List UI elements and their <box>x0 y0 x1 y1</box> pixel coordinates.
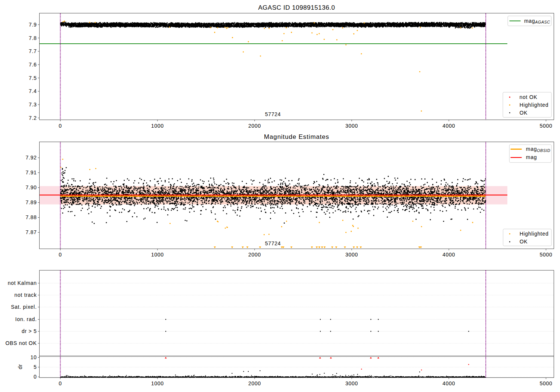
svg-text:4000: 4000 <box>442 380 455 386</box>
svg-text:3000: 3000 <box>345 123 358 129</box>
svg-text:3000: 3000 <box>345 252 358 258</box>
svg-text:AGASC ID 1098915136.0: AGASC ID 1098915136.0 <box>258 4 335 11</box>
svg-text:7.6: 7.6 <box>29 62 37 68</box>
svg-text:7.9: 7.9 <box>29 22 37 28</box>
svg-text:5000: 5000 <box>540 252 553 258</box>
svg-text:Highlighted: Highlighted <box>520 102 549 108</box>
svg-text:4000: 4000 <box>442 252 455 258</box>
svg-text:OBS not OK: OBS not OK <box>5 340 37 346</box>
svg-text:Highlighted: Highlighted <box>520 231 549 237</box>
svg-text:7.91: 7.91 <box>25 169 37 175</box>
svg-text:3000: 3000 <box>345 380 358 386</box>
svg-text:5: 5 <box>34 364 37 370</box>
svg-text:dr > 5: dr > 5 <box>22 328 37 334</box>
svg-text:4000: 4000 <box>442 123 455 129</box>
svg-text:1000: 1000 <box>151 252 164 258</box>
svg-text:7.87: 7.87 <box>25 229 37 235</box>
svg-text:2000: 2000 <box>248 123 261 129</box>
svg-text:0: 0 <box>59 123 62 129</box>
svg-text:not OK: not OK <box>520 94 538 100</box>
svg-text:not track: not track <box>15 292 37 298</box>
svg-text:1000: 1000 <box>151 123 164 129</box>
svg-text:7.88: 7.88 <box>25 214 37 220</box>
svg-text:OK: OK <box>520 110 528 116</box>
svg-text:dr: dr <box>17 364 23 369</box>
svg-text:7.89: 7.89 <box>25 199 37 205</box>
svg-text:1000: 1000 <box>151 380 164 386</box>
svg-text:7.7: 7.7 <box>29 48 37 54</box>
svg-text:7.2: 7.2 <box>29 115 37 121</box>
svg-text:not Kalman: not Kalman <box>8 280 37 286</box>
svg-text:2000: 2000 <box>248 380 261 386</box>
svg-text:5000: 5000 <box>540 123 553 129</box>
svg-text:Sat. pixel.: Sat. pixel. <box>11 304 37 310</box>
svg-text:OK: OK <box>520 239 528 245</box>
svg-text:0: 0 <box>59 252 62 258</box>
svg-text:57724: 57724 <box>265 240 281 246</box>
svg-text:7.3: 7.3 <box>29 102 37 108</box>
svg-text:2000: 2000 <box>248 252 261 258</box>
svg-text:mag: mag <box>526 154 537 160</box>
svg-text:7.92: 7.92 <box>25 155 37 161</box>
svg-text:0: 0 <box>59 380 62 386</box>
svg-text:7.4: 7.4 <box>29 88 37 94</box>
svg-text:Magnitude Estimates: Magnitude Estimates <box>264 133 329 140</box>
svg-text:7.5: 7.5 <box>29 75 37 81</box>
svg-text:0: 0 <box>34 374 37 380</box>
svg-text:5000: 5000 <box>540 380 553 386</box>
svg-text:Ion. rad.: Ion. rad. <box>15 316 37 322</box>
svg-text:57724: 57724 <box>265 111 281 117</box>
svg-text:7.90: 7.90 <box>25 184 37 190</box>
svg-text:7.8: 7.8 <box>29 35 37 41</box>
svg-text:10: 10 <box>31 354 37 360</box>
